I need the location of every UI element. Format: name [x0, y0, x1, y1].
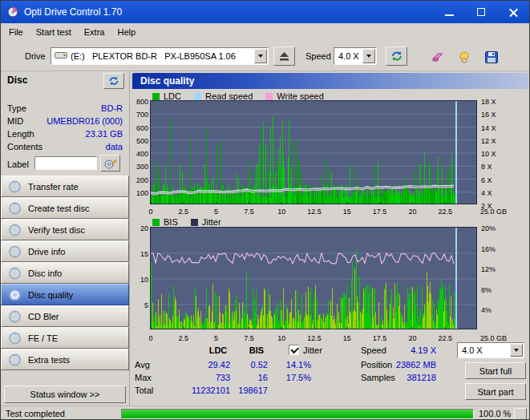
minimize-icon [445, 14, 454, 16]
menu-extra[interactable]: Extra [78, 25, 111, 39]
ldc-max-value: 733 [176, 373, 230, 383]
field-label: Contents [7, 142, 42, 151]
menu-file[interactable]: File [2, 25, 30, 39]
speed-select-value: 4.0 X [338, 51, 359, 61]
axis-label: 16 X [481, 111, 513, 119]
axis-label: 800 [130, 98, 148, 106]
axis-label: 100 [130, 189, 148, 197]
axis-label: 4 X [481, 189, 513, 197]
row-label-total: Total [135, 386, 153, 396]
quality-speed-select[interactable]: 4.0 X [457, 342, 524, 358]
axis-label: 8 X [481, 163, 513, 171]
label-input[interactable] [34, 156, 97, 170]
jitter-checkbox[interactable] [289, 345, 299, 355]
drive-select[interactable]: (E:) PLEXTOR BD-R PX-LB950SA 1.06 [51, 47, 269, 65]
axis-label: 12.5 [301, 208, 327, 216]
drive-select-value: (E:) PLEXTOR BD-R PX-LB950SA 1.06 [71, 51, 236, 61]
legend-label: Jitter [202, 217, 221, 227]
fe-te-icon [9, 332, 21, 344]
close-button[interactable] [497, 1, 529, 23]
ldc-chart-plot [150, 100, 477, 204]
sidebar-item-extra-tests[interactable]: Extra tests [1, 349, 129, 370]
refresh-disc-button[interactable] [103, 73, 124, 89]
legend-item: BIS [152, 217, 178, 227]
panel-header: Disc quality [132, 73, 528, 89]
axis-label: 15 [130, 250, 148, 258]
erase-disc-button[interactable] [426, 46, 448, 67]
label-edit-button[interactable] [100, 155, 120, 172]
drive-icon [55, 51, 67, 61]
legend-label: BIS [164, 217, 178, 227]
window-title: Opti Drive Control 1.70 [24, 6, 122, 18]
sidebar-item-cd-bler[interactable]: CD Bler [1, 305, 129, 327]
bis-column-header: BIS [237, 345, 277, 356]
chevron-down-icon [258, 55, 263, 58]
disc-quality-icon [9, 289, 21, 301]
hand-tool-button[interactable] [453, 46, 475, 67]
sidebar-item-verify-test-disc[interactable]: Verify test disc [1, 219, 129, 240]
disc-field-length: Length23.31 GB [7, 129, 123, 139]
axis-label: 0 [138, 334, 164, 342]
samples-stat-value: 381218 [386, 373, 436, 383]
bis-avg-value: 0.52 [236, 360, 268, 370]
refresh-icon [108, 76, 119, 86]
jitter-swatch [191, 219, 198, 226]
sidebar-item-create-test-disc[interactable]: Create test disc [1, 197, 129, 219]
maximize-button[interactable] [465, 1, 497, 23]
sidebar-item-label: FE / TE [28, 333, 58, 343]
menu-help[interactable]: Help [111, 25, 142, 39]
quality-speed-dropdown-button[interactable] [510, 344, 523, 357]
transfer-rate-icon [9, 180, 21, 192]
titlebar[interactable]: Opti Drive Control 1.70 [1, 1, 529, 23]
sidebar-item-fe-te[interactable]: FE / TE [1, 327, 129, 349]
axis-label: 5 [130, 301, 148, 309]
axis-label: 10 [269, 334, 294, 342]
eject-button[interactable] [273, 46, 295, 66]
status-text: Test completed [6, 409, 65, 418]
sidebar-item-label: Disc info [28, 269, 62, 278]
axis-label: 200 [130, 176, 148, 184]
field-value: UMEBDR016 (000) [47, 116, 123, 126]
start-full-button[interactable]: Start full [465, 362, 526, 379]
axis-label: 25.0 GB [480, 208, 520, 216]
minimize-button[interactable] [433, 1, 465, 23]
axis-label: 20 [130, 224, 148, 232]
save-button[interactable] [480, 46, 503, 67]
progress-bar [121, 409, 474, 419]
sidebar-item-transfer-rate[interactable]: Transfer rate [1, 176, 129, 197]
app-icon [7, 6, 18, 18]
jitter-avg-value: 14.1% [279, 360, 311, 370]
disc-section-header: Disc [7, 75, 27, 86]
ldc-avg-value: 29.42 [176, 360, 230, 370]
axis-label: 12% [481, 265, 513, 273]
legend-item: Jitter [191, 217, 221, 227]
axis-label: 500 [130, 137, 148, 145]
sidebar-item-disc-info[interactable]: Disc info [1, 262, 129, 284]
axis-label: 17.5 [367, 334, 393, 342]
menu-start-test[interactable]: Start test [30, 25, 78, 39]
refresh-drives-button[interactable] [386, 46, 407, 66]
bis-chart-plot [150, 227, 477, 329]
sidebar-item-label: Extra tests [28, 355, 70, 365]
status-window-button[interactable]: Status window >> [4, 386, 126, 403]
speed-select[interactable]: 4.0 X [334, 47, 377, 65]
start-part-button[interactable]: Start part [465, 383, 526, 400]
label-caption: Label [7, 160, 29, 170]
disc-info-icon [9, 267, 21, 279]
sidebar-item-disc-quality[interactable]: Disc quality [1, 284, 129, 305]
field-value: BD-R [101, 103, 123, 113]
sidebar-item-label: CD Bler [28, 312, 59, 321]
statusbar-button[interactable] [514, 408, 527, 420]
axis-label: 18 X [481, 98, 513, 106]
eject-icon [279, 51, 289, 61]
jitter-label: Jitter [303, 345, 322, 356]
position-stat-value: 23862 MB [386, 360, 436, 370]
axis-label: 10 [130, 276, 148, 284]
axis-label: 12 X [481, 137, 513, 145]
field-label: MID [7, 116, 23, 126]
axis-label: 5 [204, 208, 229, 216]
axis-label: 2.5 [171, 334, 196, 342]
speed-select-dropdown-button[interactable] [362, 49, 375, 63]
drive-select-dropdown-button[interactable] [254, 49, 267, 63]
sidebar-item-drive-info[interactable]: Drive info [1, 240, 129, 262]
